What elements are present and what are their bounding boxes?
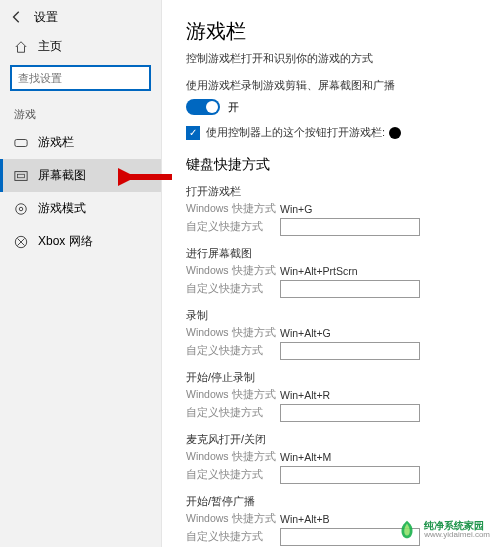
svg-rect-2 — [15, 139, 27, 146]
shortcut-custom-input[interactable] — [280, 466, 420, 484]
nav-label: 游戏栏 — [38, 134, 74, 151]
shortcut-block: 打开游戏栏Windows 快捷方式Win+G自定义快捷方式 — [186, 184, 476, 236]
nav-label: 游戏模式 — [38, 200, 86, 217]
shortcut-value: Win+Alt+G — [280, 327, 331, 339]
shortcut-win-label: Windows 快捷方式 — [186, 512, 280, 526]
screenshot-icon — [14, 169, 28, 183]
shortcut-title: 打开游戏栏 — [186, 184, 476, 199]
shortcut-win-label: Windows 快捷方式 — [186, 264, 280, 278]
home-label: 主页 — [38, 38, 62, 55]
svg-point-6 — [19, 207, 23, 211]
nav-item-xbox[interactable]: Xbox 网络 — [0, 225, 161, 258]
watermark-url: www.yidaimei.com — [424, 531, 490, 539]
svg-rect-4 — [18, 174, 25, 178]
shortcut-win-label: Windows 快捷方式 — [186, 202, 280, 216]
watermark: 纯净系统家园 www.yidaimei.com — [396, 519, 490, 541]
xbox-icon — [14, 235, 28, 249]
shortcut-custom-label: 自定义快捷方式 — [186, 220, 280, 234]
shortcut-title: 开始/暂停广播 — [186, 494, 476, 509]
shortcut-title: 进行屏幕截图 — [186, 246, 476, 261]
main-content: 游戏栏 控制游戏栏打开和识别你的游戏的方式 使用游戏栏录制游戏剪辑、屏幕截图和广… — [162, 0, 500, 547]
shortcut-custom-input[interactable] — [280, 342, 420, 360]
shortcut-custom-label: 自定义快捷方式 — [186, 282, 280, 296]
home-nav[interactable]: 主页 — [0, 32, 161, 61]
shortcut-block: 录制Windows 快捷方式Win+Alt+G自定义快捷方式 — [186, 308, 476, 360]
search-input[interactable] — [18, 72, 156, 84]
checkbox-label: 使用控制器上的这个按钮打开游戏栏: — [206, 125, 401, 140]
shortcut-custom-input[interactable] — [280, 280, 420, 298]
nav-item-screenshot[interactable]: 屏幕截图 — [0, 159, 161, 192]
page-title: 游戏栏 — [186, 18, 476, 45]
shortcut-win-label: Windows 快捷方式 — [186, 326, 280, 340]
shortcut-title: 开始/停止录制 — [186, 370, 476, 385]
shortcut-value: Win+Alt+B — [280, 513, 330, 525]
nav-item-gamebar[interactable]: 游戏栏 — [0, 126, 161, 159]
shortcuts-list: 打开游戏栏Windows 快捷方式Win+G自定义快捷方式进行屏幕截图Windo… — [186, 184, 476, 547]
shortcuts-header: 键盘快捷方式 — [186, 156, 476, 174]
toggle-description: 使用游戏栏录制游戏剪辑、屏幕截图和广播 — [186, 78, 476, 93]
checkbox-text: 使用控制器上的这个按钮打开游戏栏: — [206, 125, 385, 140]
shortcut-custom-input[interactable] — [280, 404, 420, 422]
watermark-logo-icon — [396, 519, 418, 541]
toggle-state: 开 — [228, 100, 239, 115]
shortcut-block: 开始/停止录制Windows 快捷方式Win+Alt+R自定义快捷方式 — [186, 370, 476, 422]
shortcut-custom-label: 自定义快捷方式 — [186, 530, 280, 544]
shortcut-custom-label: 自定义快捷方式 — [186, 406, 280, 420]
back-button[interactable] — [8, 8, 26, 26]
shortcut-win-label: Windows 快捷方式 — [186, 388, 280, 402]
shortcut-value: Win+Alt+M — [280, 451, 331, 463]
shortcut-value: Win+G — [280, 203, 312, 215]
home-icon — [14, 40, 28, 54]
nav-item-gamemode[interactable]: 游戏模式 — [0, 192, 161, 225]
shortcut-win-label: Windows 快捷方式 — [186, 450, 280, 464]
gamebar-toggle[interactable] — [186, 99, 220, 115]
gamemode-icon — [14, 202, 28, 216]
nav-label: 屏幕截图 — [38, 167, 86, 184]
shortcut-block: 进行屏幕截图Windows 快捷方式Win+Alt+PrtScrn自定义快捷方式 — [186, 246, 476, 298]
gamebar-icon — [14, 136, 28, 150]
sidebar: 设置 主页 游戏 游戏栏 屏幕截图 — [0, 0, 162, 547]
back-arrow-icon — [10, 10, 24, 24]
svg-rect-3 — [15, 171, 27, 180]
svg-point-5 — [16, 203, 27, 214]
search-box[interactable] — [10, 65, 151, 91]
shortcut-block: 麦克风打开/关闭Windows 快捷方式Win+Alt+M自定义快捷方式 — [186, 432, 476, 484]
shortcut-custom-input[interactable] — [280, 218, 420, 236]
shortcut-title: 录制 — [186, 308, 476, 323]
shortcut-title: 麦克风打开/关闭 — [186, 432, 476, 447]
settings-label: 设置 — [34, 9, 58, 26]
shortcut-custom-label: 自定义快捷方式 — [186, 468, 280, 482]
page-subtitle: 控制游戏栏打开和识别你的游戏的方式 — [186, 51, 476, 66]
nav-label: Xbox 网络 — [38, 233, 93, 250]
shortcut-value: Win+Alt+R — [280, 389, 330, 401]
shortcut-custom-label: 自定义快捷方式 — [186, 344, 280, 358]
xbox-button-icon — [389, 127, 401, 139]
section-label: 游戏 — [0, 97, 161, 126]
controller-checkbox[interactable]: ✓ — [186, 126, 200, 140]
shortcut-value: Win+Alt+PrtScrn — [280, 265, 358, 277]
